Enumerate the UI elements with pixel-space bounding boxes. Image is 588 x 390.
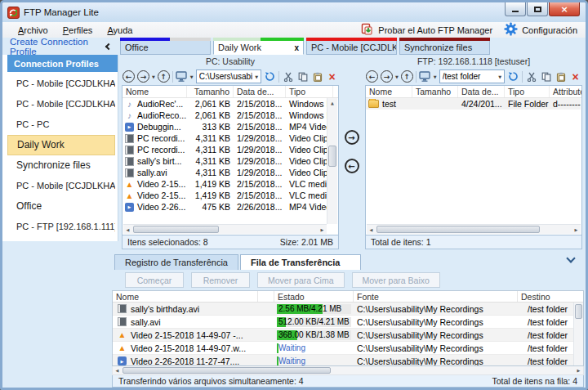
scroll-right-icon[interactable]: ▶ bbox=[572, 225, 581, 234]
queue-column-nome[interactable]: Nome bbox=[113, 291, 258, 302]
file-row[interactable]: AudioReco... 2,061 KB 2/15/2018... Windo… bbox=[122, 110, 327, 121]
forward-button[interactable]: → bbox=[137, 70, 149, 83]
computer-dropdown-icon[interactable]: ▼ bbox=[434, 74, 437, 79]
queue-column-destino[interactable]: Destino bbox=[518, 291, 583, 302]
column-header-tipo[interactable]: Tipo bbox=[505, 86, 550, 97]
queue-action-button[interactable]: Mover para Cima bbox=[257, 272, 345, 288]
scroll-left-icon[interactable]: ◀ bbox=[113, 366, 122, 374]
file-row[interactable]: Debuggin... 313 KB 2/15/2018... MP4 Vide… bbox=[122, 121, 327, 132]
tab-close-icon[interactable]: x bbox=[291, 43, 299, 52]
scrollbar-thumb[interactable] bbox=[376, 226, 540, 233]
file-row[interactable]: PC recordi... 4,311 KB 1/29/2018... Vide… bbox=[122, 132, 327, 144]
queue-horizontal-scrollbar[interactable]: ◀ ▶ bbox=[112, 366, 584, 375]
forward-button[interactable]: → bbox=[381, 70, 393, 83]
transfer-tab[interactable]: Registro de Transferência bbox=[114, 254, 238, 270]
collapse-transfer-chevron-icon[interactable] bbox=[566, 253, 575, 262]
queue-row[interactable]: Video 2-15-2018 14-49-07.w... Waiting C:… bbox=[113, 342, 573, 355]
column-header-data[interactable]: Data de... bbox=[234, 86, 286, 97]
settings-button[interactable]: Configuración bbox=[504, 22, 577, 38]
transfer-tab[interactable]: Fila de Transferência bbox=[240, 254, 361, 270]
remote-horizontal-scrollbar[interactable]: ◀ ▶ bbox=[367, 224, 581, 234]
titlebar[interactable]: FTP Manager Lite × bbox=[2, 2, 586, 22]
back-button[interactable]: ← bbox=[122, 70, 135, 83]
queue-column-estado[interactable]: Estado bbox=[274, 291, 354, 302]
up-button[interactable]: ↑ bbox=[401, 70, 413, 83]
column-header-data[interactable]: Data de... bbox=[458, 86, 505, 97]
scroll-left-icon[interactable]: ◀ bbox=[367, 225, 376, 234]
local-horizontal-scrollbar[interactable]: ◀ ▶ bbox=[123, 224, 327, 234]
menu-item[interactable]: Archivo bbox=[11, 24, 56, 37]
scroll-up-icon[interactable]: ▲ bbox=[327, 98, 337, 107]
profile-item[interactable]: PC - Mobile [CCJDLKHAE] bbox=[7, 74, 115, 94]
file-row[interactable]: AudioRec'... 2,061 KB 2/15/2018... Windo… bbox=[122, 98, 327, 110]
profile-item[interactable]: PC - Mobile [CCJDLKHAE] (2) bbox=[7, 176, 115, 196]
session-tab[interactable]: Daily Work x bbox=[213, 38, 304, 55]
scrollbar-thumb[interactable] bbox=[575, 304, 582, 319]
back-button[interactable]: ← bbox=[366, 70, 378, 83]
queue-column-blank[interactable] bbox=[258, 291, 274, 302]
delete-button[interactable]: × bbox=[326, 70, 338, 83]
copy-icon[interactable] bbox=[296, 70, 309, 83]
session-tab[interactable]: PC - Mobile [CCJDLKHAD] bbox=[306, 38, 397, 55]
profile-item[interactable]: Synchronize files bbox=[7, 155, 115, 176]
scrollbar-thumb[interactable] bbox=[328, 146, 336, 167]
computer-icon[interactable] bbox=[176, 70, 188, 83]
profile-item[interactable]: PC - Mobile [CCJDLKHAD] bbox=[7, 94, 115, 114]
file-row[interactable]: sally's birt... 4,311 KB 1/29/2018... Vi… bbox=[122, 155, 327, 167]
transfer-to-remote-button[interactable]: → bbox=[345, 130, 359, 145]
scrollbar-thumb[interactable] bbox=[133, 226, 219, 233]
collapse-sidebar-icon[interactable] bbox=[105, 43, 112, 49]
scroll-right-icon[interactable]: ▶ bbox=[318, 225, 327, 234]
computer-dropdown-icon[interactable]: ▼ bbox=[190, 74, 194, 79]
copy-icon[interactable] bbox=[540, 70, 552, 83]
column-header-nome[interactable]: Nome bbox=[122, 86, 187, 97]
queue-row[interactable]: sally's birthday.avi 2.56 MB/4.21 MB C:\… bbox=[113, 303, 573, 316]
scrollbar-thumb[interactable] bbox=[122, 367, 331, 374]
transfer-to-local-button[interactable]: ← bbox=[345, 159, 359, 173]
file-row[interactable]: Video 2-26... 475 KB 2/26/2018... MP4 Vi… bbox=[122, 201, 327, 213]
queue-row[interactable]: sally.avi 512.00 KB/4.21 MB C:\Users\usa… bbox=[113, 316, 573, 329]
profile-item[interactable]: PC - FTP [192.168.1.111] bbox=[7, 217, 115, 237]
refresh-button[interactable] bbox=[264, 70, 276, 83]
remote-path-combobox[interactable]: /test folder ▼ bbox=[439, 69, 505, 83]
file-row[interactable]: PC recordi... 4,311 KB 1/29/2018... Vide… bbox=[122, 144, 327, 155]
scroll-right-icon[interactable]: ▶ bbox=[574, 366, 583, 374]
close-button[interactable]: × bbox=[549, 2, 580, 16]
cut-icon[interactable] bbox=[282, 70, 294, 83]
maximize-button[interactable] bbox=[527, 2, 548, 16]
queue-action-button[interactable]: Remover bbox=[191, 272, 250, 288]
session-tab[interactable]: Synchronize files bbox=[399, 38, 490, 55]
forward-dropdown-icon[interactable]: ▼ bbox=[152, 74, 155, 79]
local-path-combobox[interactable]: C:\Users\usability\My ▼ bbox=[196, 69, 261, 83]
profile-item[interactable]: Office bbox=[7, 196, 115, 217]
try-auto-ftp-button[interactable]: Probar el Auto FTP Manager bbox=[361, 23, 492, 38]
column-header-tamanho[interactable]: Tamanho bbox=[187, 86, 234, 97]
file-row[interactable]: sally.avi 4,311 KB 1/29/2018... Video Cl… bbox=[122, 167, 327, 178]
menu-item[interactable]: Perfiles bbox=[56, 24, 100, 37]
queue-vertical-scrollbar[interactable] bbox=[573, 303, 583, 365]
up-button[interactable]: ↑ bbox=[158, 70, 170, 83]
file-row[interactable]: Video 2-15... 1,419 KB 2/15/2018... VLC … bbox=[122, 178, 327, 190]
column-header-attribute[interactable]: Attribute bbox=[550, 86, 581, 97]
queue-row[interactable]: Video 2-26-2018 11-27-47.... Waiting C:\… bbox=[113, 355, 573, 365]
refresh-button[interactable] bbox=[507, 70, 519, 83]
create-connection-link[interactable]: Create Connection Profile bbox=[10, 37, 106, 56]
forward-dropdown-icon[interactable]: ▼ bbox=[395, 74, 399, 79]
scroll-left-icon[interactable]: ◀ bbox=[123, 225, 132, 234]
minimize-button[interactable] bbox=[505, 2, 526, 16]
delete-button[interactable]: × bbox=[569, 70, 581, 83]
profile-item[interactable]: PC - PC bbox=[7, 114, 115, 135]
menu-item[interactable]: Ayuda bbox=[100, 24, 140, 37]
cut-icon[interactable] bbox=[525, 70, 537, 83]
paste-icon[interactable] bbox=[555, 70, 567, 83]
session-tab[interactable]: Office bbox=[120, 38, 211, 55]
queue-action-button[interactable]: Mover para Baixo bbox=[352, 272, 440, 288]
profile-item[interactable]: Daily Work bbox=[7, 135, 115, 155]
column-header-tipo[interactable]: Tipo bbox=[286, 86, 333, 97]
queue-column-fonte[interactable]: Fonte bbox=[354, 291, 518, 302]
queue-row[interactable]: Video 2-15-2018 14-49-07 -... 368.00 KB/… bbox=[113, 329, 573, 342]
file-row[interactable]: test 4/24/201... File Folder d--------- bbox=[366, 98, 581, 110]
column-header-tamanho[interactable]: Tamanho bbox=[412, 86, 458, 97]
file-row[interactable]: Video 2-15... 1,419 KB 2/15/2018... VLC … bbox=[122, 190, 327, 201]
computer-icon[interactable] bbox=[419, 70, 431, 83]
